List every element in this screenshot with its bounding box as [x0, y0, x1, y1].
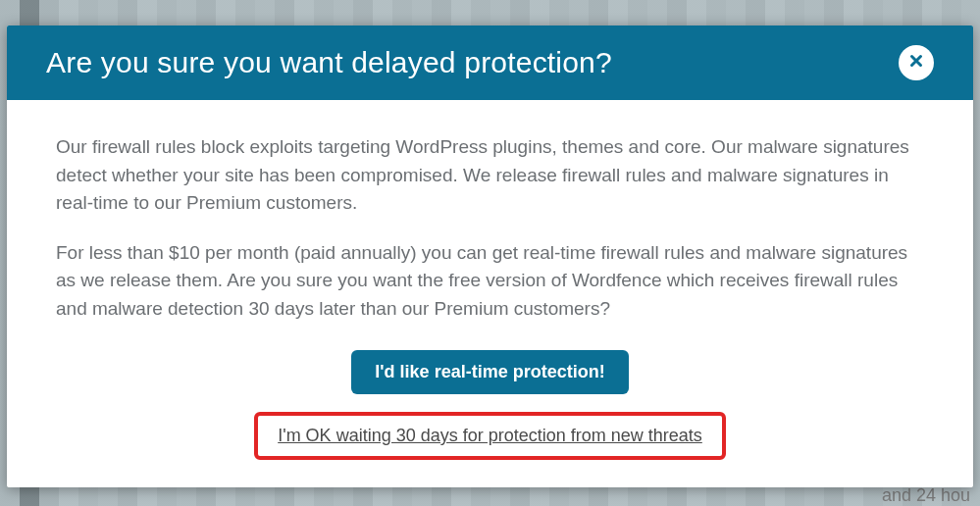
- wait-30-days-link[interactable]: I'm OK waiting 30 days for protection fr…: [278, 426, 702, 445]
- close-icon: [907, 52, 925, 74]
- modal-actions: I'd like real-time protection! I'm OK wa…: [56, 350, 924, 460]
- secondary-link-highlight: I'm OK waiting 30 days for protection fr…: [254, 412, 726, 460]
- realtime-protection-button[interactable]: I'd like real-time protection!: [351, 350, 628, 394]
- background-text-snippet: and 24 hou: [882, 485, 970, 506]
- modal-title: Are you sure you want delayed protection…: [46, 46, 612, 79]
- modal-paragraph-1: Our firewall rules block exploits target…: [56, 133, 924, 218]
- modal-body: Our firewall rules block exploits target…: [7, 100, 973, 487]
- modal-header: Are you sure you want delayed protection…: [7, 25, 973, 100]
- close-button[interactable]: [899, 45, 934, 80]
- modal-paragraph-2: For less than $10 per month (paid annual…: [56, 239, 924, 324]
- confirm-delayed-protection-modal: Are you sure you want delayed protection…: [7, 25, 973, 487]
